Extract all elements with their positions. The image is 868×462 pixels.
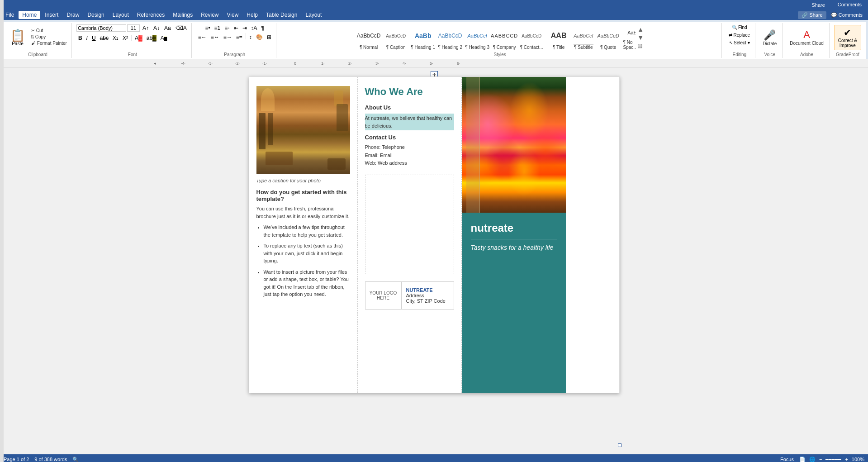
style-contact[interactable]: AaBbCcD ¶ Contact... <box>518 24 545 51</box>
menu-references[interactable]: References <box>133 11 168 19</box>
menu-review[interactable]: Review <box>197 11 222 19</box>
intro-text[interactable]: You can use this fresh, professional bro… <box>256 205 350 220</box>
bullets-button[interactable]: ≡• <box>203 24 212 32</box>
font-grow-button[interactable]: A↑ <box>141 24 151 32</box>
about-text[interactable]: At nutreate, we believe that healthy can… <box>365 114 454 130</box>
tip-1[interactable]: We've included a few tips throughout the… <box>264 224 350 238</box>
numbering-button[interactable]: ≡1 <box>213 24 223 32</box>
logo-placeholder[interactable]: YOUR LOGO HERE <box>365 282 402 309</box>
strikethrough-button[interactable]: abc <box>98 34 110 42</box>
align-left-button[interactable]: ≡← <box>196 33 209 41</box>
menu-draw[interactable]: Draw <box>63 11 83 19</box>
align-center-button[interactable]: ≡↔ <box>209 33 221 41</box>
about-heading[interactable]: About Us <box>365 104 454 111</box>
zoom-level[interactable]: 100% <box>852 457 864 462</box>
address-line[interactable]: Address <box>406 293 446 298</box>
comments-button[interactable]: Comments <box>835 1 864 9</box>
tagline[interactable]: Tasty snacks for a healthy life <box>471 244 557 251</box>
style-subtitle[interactable]: AaBbCcI ¶ Subtitle <box>572 24 594 51</box>
menu-table-design[interactable]: Table Design <box>262 11 301 19</box>
cut-button[interactable]: ✂ Cut <box>29 28 69 33</box>
decrease-indent-button[interactable]: ⇤ <box>232 24 240 32</box>
web-layout-icon[interactable]: 🌐 <box>809 457 816 462</box>
paste-button[interactable]: 📋 Paste <box>7 28 28 48</box>
show-hide-button[interactable]: ¶ <box>260 24 266 32</box>
focus-button[interactable]: Focus <box>778 457 796 462</box>
zoom-slider[interactable]: ━━━━━ <box>825 457 841 462</box>
highlight-button[interactable]: ab▓ <box>145 34 158 42</box>
style-heading3[interactable]: AaBbCcI ¶ Heading 3 <box>464 24 491 51</box>
proofing-icon[interactable]: 🔍 <box>72 457 79 462</box>
font-shrink-button[interactable]: A↓ <box>152 24 161 32</box>
shading-button[interactable]: 🎨 <box>254 33 265 41</box>
kitchen-photo[interactable] <box>256 86 350 174</box>
style-heading2[interactable]: AaBbCcD ¶ Heading 2 <box>436 24 464 51</box>
italic-button[interactable]: I <box>85 34 90 42</box>
who-we-are-title[interactable]: Who We Are <box>365 86 454 98</box>
select-button[interactable]: ↖ Select ▾ <box>727 39 752 46</box>
brand-name[interactable]: nutreate <box>471 222 557 234</box>
email-line[interactable]: Email: Email <box>365 152 454 160</box>
how-heading[interactable]: How do you get started with this templat… <box>256 189 350 202</box>
style-title[interactable]: AAB ¶ Title <box>545 24 572 51</box>
multilevel-button[interactable]: ≡◦ <box>223 24 231 32</box>
text-highlight-button[interactable]: A▇ <box>159 34 169 42</box>
font-size-input[interactable] <box>127 24 140 32</box>
flower-photo[interactable] <box>462 77 566 213</box>
tip-3[interactable]: Want to insert a picture from your files… <box>264 268 350 298</box>
menu-view[interactable]: View <box>223 11 242 19</box>
web-line[interactable]: Web: Web address <box>365 159 454 167</box>
font-family-input[interactable] <box>76 24 126 32</box>
style-normal[interactable]: AaBbCcD ¶ Normal <box>355 24 382 51</box>
font-color-button[interactable]: A▓ <box>133 34 144 42</box>
share-title-btn[interactable]: 🔗 Share <box>798 11 826 19</box>
style-heading1[interactable]: AaBb ¶ Heading 1 <box>409 24 436 51</box>
menu-table-layout[interactable]: Layout <box>302 11 325 19</box>
borders-button[interactable]: ⊞ <box>265 33 273 41</box>
zoom-out-button[interactable]: − <box>819 457 822 462</box>
justify-button[interactable]: ≡= <box>234 33 244 41</box>
format-painter-button[interactable]: 🖌 Format Painter <box>29 40 69 46</box>
menu-help[interactable]: Help <box>243 11 261 19</box>
print-layout-icon[interactable]: 📄 <box>799 457 806 462</box>
menu-insert[interactable]: Insert <box>41 11 62 19</box>
document-cloud-button[interactable]: A Document Cloud <box>787 27 826 48</box>
styles-scroll-down[interactable]: ▼ <box>636 34 645 41</box>
zoom-in-button[interactable]: + <box>845 457 848 462</box>
align-right-button[interactable]: ≡→ <box>222 33 234 41</box>
style-nospace[interactable]: AaBbC ¶ No Spac... <box>622 24 636 51</box>
menu-layout[interactable]: Layout <box>109 11 133 19</box>
bold-button[interactable]: B <box>76 34 84 42</box>
city-zip-line[interactable]: City, ST ZIP Code <box>406 298 446 304</box>
find-button[interactable]: 🔍 Find <box>730 24 749 31</box>
photo-caption[interactable]: Type a caption for your photo <box>256 178 350 183</box>
menu-file[interactable]: File <box>2 11 18 19</box>
menu-design[interactable]: Design <box>84 11 108 19</box>
increase-indent-button[interactable]: ⇥ <box>241 24 249 32</box>
sort-button[interactable]: ↕A <box>249 24 259 32</box>
superscript-button[interactable]: X² <box>121 34 130 42</box>
style-caption[interactable]: AaBbCcD ¶ Caption <box>382 24 409 51</box>
correct-improve-button[interactable]: ✔ Correct & Improve <box>834 25 861 50</box>
menu-home[interactable]: Home <box>19 11 40 19</box>
copy-button[interactable]: ⎘ Copy <box>29 34 69 40</box>
comments-title-btn[interactable]: 💬 Comments <box>827 11 866 19</box>
company-name[interactable]: NUTREATE <box>406 287 446 293</box>
contact-heading[interactable]: Contact Us <box>365 134 454 141</box>
clear-format-button[interactable]: ⌫A <box>174 24 189 32</box>
page-resize-handle[interactable] <box>618 443 621 447</box>
share-button[interactable]: Share <box>807 1 829 9</box>
style-company[interactable]: AABBCCD ¶ Company <box>491 24 518 51</box>
tip-2[interactable]: To replace any tip text (such as this) w… <box>264 242 350 265</box>
menu-mailings[interactable]: Mailings <box>169 11 196 19</box>
underline-button[interactable]: U <box>90 34 98 42</box>
styles-scroll-up[interactable]: ▲ <box>636 26 645 33</box>
replace-button[interactable]: ⇄ Replace <box>726 32 752 38</box>
style-quote[interactable]: AaBbCcD ¶ Quote <box>595 24 622 51</box>
dictate-button[interactable]: 🎤 Dictate <box>760 28 779 48</box>
styles-more[interactable]: ⊞ <box>636 42 645 49</box>
phone-line[interactable]: Phone: Telephone <box>365 143 454 152</box>
subscript-button[interactable]: X₂ <box>111 34 120 42</box>
line-spacing-button[interactable]: ↕ <box>247 33 254 41</box>
change-case-button[interactable]: Aa <box>162 24 173 32</box>
